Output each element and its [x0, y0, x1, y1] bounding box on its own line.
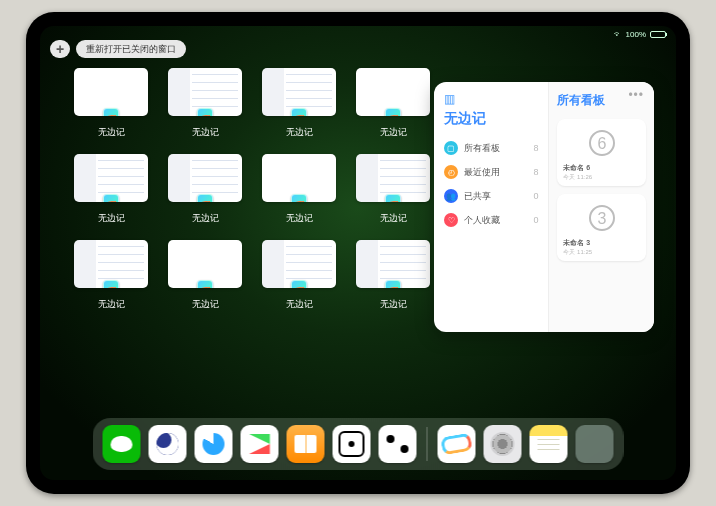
people-icon: 👥	[444, 189, 458, 203]
window-preview	[168, 240, 242, 288]
window-preview	[168, 154, 242, 202]
item-label: 最近使用	[464, 166, 500, 179]
reopen-closed-window-button[interactable]: 重新打开已关闭的窗口	[76, 40, 186, 58]
window-thumbnail[interactable]: 无边记	[72, 240, 150, 312]
battery-icon	[650, 31, 666, 38]
window-label: 无边记	[380, 212, 407, 225]
window-label: 无边记	[380, 298, 407, 311]
more-button[interactable]: •••	[628, 88, 644, 102]
freeform-app-icon	[103, 280, 119, 288]
boards-list: 6未命名 6今天 11:263未命名 3今天 11:25	[557, 119, 646, 261]
window-label: 无边记	[98, 126, 125, 139]
popover-sidebar: ▥ 无边记 ▢所有看板8◴最近使用8👥已共享0♡个人收藏0	[434, 82, 548, 332]
popover-list-item[interactable]: ♡个人收藏0	[444, 208, 538, 232]
window-preview	[74, 68, 148, 116]
window-preview	[168, 68, 242, 116]
item-count: 8	[533, 167, 538, 177]
top-controls: + 重新打开已关闭的窗口	[50, 40, 186, 58]
freeform-app-icon	[385, 194, 401, 202]
popover-list: ▢所有看板8◴最近使用8👥已共享0♡个人收藏0	[444, 136, 538, 232]
window-preview	[356, 240, 430, 288]
item-count: 0	[533, 191, 538, 201]
window-thumbnail[interactable]: 无边记	[354, 68, 432, 140]
dock-app-freeform[interactable]	[438, 425, 476, 463]
window-label: 无边记	[380, 126, 407, 139]
window-preview	[356, 68, 430, 116]
window-preview	[262, 240, 336, 288]
board-date: 今天 11:26	[563, 173, 592, 182]
ipad-frame: ᯤ 100% + 重新打开已关闭的窗口 无边记无边记无边记无边记无边记无边记无边…	[26, 12, 690, 494]
popover-list-item[interactable]: ▢所有看板8	[444, 136, 538, 160]
window-thumbnail[interactable]: 无边记	[72, 68, 150, 140]
board-preview: 6	[582, 125, 622, 161]
dock-app-play[interactable]	[241, 425, 279, 463]
plus-icon: +	[56, 41, 64, 57]
window-thumbnail[interactable]: 无边记	[166, 240, 244, 312]
board-date: 今天 11:25	[563, 248, 592, 257]
dock-app-folder[interactable]	[576, 425, 614, 463]
svg-text:6: 6	[597, 135, 606, 152]
window-label: 无边记	[98, 298, 125, 311]
item-label: 所有看板	[464, 142, 500, 155]
window-preview	[74, 154, 148, 202]
dock-app-books[interactable]	[287, 425, 325, 463]
reopen-label: 重新打开已关闭的窗口	[86, 43, 176, 56]
freeform-app-icon	[291, 280, 307, 288]
window-label: 无边记	[192, 126, 219, 139]
board-preview: 3	[582, 200, 622, 236]
freeform-app-icon	[197, 108, 213, 116]
dock-app-dice[interactable]	[333, 425, 371, 463]
new-window-button[interactable]: +	[50, 40, 70, 58]
freeform-app-icon	[385, 280, 401, 288]
freeform-app-icon	[385, 108, 401, 116]
board-item[interactable]: 3未命名 3今天 11:25	[557, 194, 646, 261]
screen: ᯤ 100% + 重新打开已关闭的窗口 无边记无边记无边记无边记无边记无边记无边…	[40, 26, 676, 480]
window-thumbnail[interactable]: 无边记	[260, 154, 338, 226]
dock-app-notes[interactable]	[530, 425, 568, 463]
dock-app-x[interactable]	[379, 425, 417, 463]
dock	[93, 418, 624, 470]
board-item[interactable]: 6未命名 6今天 11:26	[557, 119, 646, 186]
window-thumbnail[interactable]: 无边记	[260, 240, 338, 312]
item-count: 8	[533, 143, 538, 153]
freeform-app-icon	[291, 108, 307, 116]
sidebar-icon: ▥	[444, 92, 538, 106]
freeform-app-icon	[197, 194, 213, 202]
window-thumbnail[interactable]: 无边记	[354, 240, 432, 312]
popover-title: 无边记	[444, 110, 538, 128]
window-label: 无边记	[286, 298, 313, 311]
window-preview	[74, 240, 148, 288]
freeform-app-icon	[103, 108, 119, 116]
svg-text:3: 3	[597, 210, 606, 227]
freeform-popover: ••• ▥ 无边记 ▢所有看板8◴最近使用8👥已共享0♡个人收藏0 所有看板 6…	[434, 82, 654, 332]
window-thumbnail[interactable]: 无边记	[166, 68, 244, 140]
popover-list-item[interactable]: ◴最近使用8	[444, 160, 538, 184]
item-label: 个人收藏	[464, 214, 500, 227]
freeform-app-icon	[197, 280, 213, 288]
freeform-app-icon	[291, 194, 307, 202]
popover-main: 所有看板 6未命名 6今天 11:263未命名 3今天 11:25	[548, 82, 654, 332]
item-label: 已共享	[464, 190, 491, 203]
popover-list-item[interactable]: 👥已共享0	[444, 184, 538, 208]
status-bar: ᯤ 100%	[614, 30, 666, 39]
window-thumbnail[interactable]: 无边记	[166, 154, 244, 226]
window-preview	[262, 154, 336, 202]
window-preview	[262, 68, 336, 116]
window-thumbnail[interactable]: 无边记	[354, 154, 432, 226]
window-preview	[356, 154, 430, 202]
item-count: 0	[533, 215, 538, 225]
board-name: 未命名 3	[563, 238, 590, 248]
window-label: 无边记	[192, 298, 219, 311]
dock-app-settings[interactable]	[484, 425, 522, 463]
window-label: 无边记	[286, 126, 313, 139]
dock-app-app3[interactable]	[195, 425, 233, 463]
dock-app-app2[interactable]	[149, 425, 187, 463]
window-thumbnail[interactable]: 无边记	[72, 154, 150, 226]
dock-separator	[427, 427, 428, 461]
window-thumbnail[interactable]: 无边记	[260, 68, 338, 140]
board-name: 未命名 6	[563, 163, 590, 173]
window-grid: 无边记无边记无边记无边记无边记无边记无边记无边记无边记无边记无边记无边记	[72, 68, 442, 312]
battery-pct: 100%	[626, 30, 646, 39]
square-icon: ▢	[444, 141, 458, 155]
dock-app-wechat[interactable]	[103, 425, 141, 463]
